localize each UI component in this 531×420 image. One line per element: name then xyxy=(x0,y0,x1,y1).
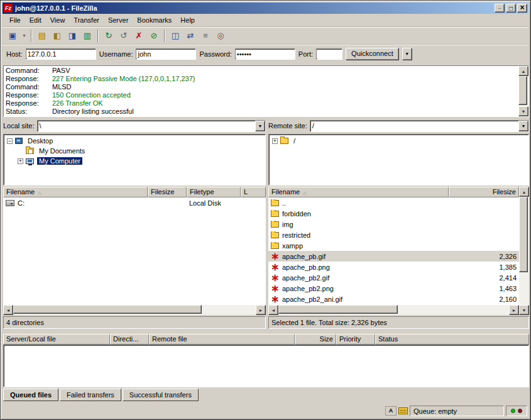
transfer-type-icon[interactable]: A xyxy=(385,406,397,416)
column-header-filesize[interactable]: Filesize xyxy=(449,187,519,197)
tree-item-root[interactable]: / xyxy=(269,136,528,146)
close-button[interactable] xyxy=(517,4,527,13)
column-header-priority[interactable]: Priority xyxy=(336,334,375,345)
toggle-local-tree-icon[interactable]: ◧ xyxy=(50,29,65,43)
menu-help[interactable]: Help xyxy=(176,14,199,26)
local-status-text: 4 directories xyxy=(3,316,266,329)
statusbar-spacer xyxy=(4,406,383,416)
scroll-thumb[interactable] xyxy=(278,305,398,314)
menu-view[interactable]: View xyxy=(46,14,70,26)
password-input[interactable] xyxy=(236,50,295,58)
tab-failed-transfers[interactable]: Failed transfers xyxy=(60,389,121,401)
collapse-icon[interactable] xyxy=(7,138,13,144)
remote-file-row[interactable]: apache_pb2.gif 2,414 xyxy=(268,272,519,283)
column-header-size[interactable]: Size xyxy=(295,334,336,345)
remote-file-row[interactable]: apache_pb.png 1,385 xyxy=(268,262,519,272)
column-header-filesize[interactable]: Filesize xyxy=(148,187,187,197)
remote-file-row[interactable]: restricted xyxy=(268,229,519,240)
log-label: Response: xyxy=(6,99,52,108)
filezilla-window: Fz john@127.0.0.1 - FileZilla File Edit … xyxy=(0,0,531,420)
tree-item-my-documents[interactable]: My Documents xyxy=(4,146,265,156)
menu-edit[interactable]: Edit xyxy=(25,14,46,26)
column-header-lastmodified[interactable]: L xyxy=(241,187,266,197)
local-file-row[interactable]: C: Local Disk xyxy=(3,197,266,208)
title-bar[interactable]: Fz john@127.0.0.1 - FileZilla xyxy=(3,3,528,14)
scroll-thumb[interactable] xyxy=(518,76,527,105)
remote-file-row[interactable]: .. xyxy=(268,197,519,208)
remote-file-row[interactable]: xampp xyxy=(268,240,519,251)
minimize-button[interactable] xyxy=(495,4,505,13)
remote-file-row-selected[interactable]: apache_pb.gif 2,326 xyxy=(268,251,519,262)
toggle-message-log-icon[interactable]: ▤ xyxy=(35,29,50,43)
remote-file-row[interactable]: apache_pb2_ani.gif 2,160 xyxy=(268,294,519,304)
tab-successful-transfers[interactable]: Successful transfers xyxy=(123,389,199,401)
scroll-left-icon[interactable]: ◄ xyxy=(3,305,13,315)
remote-file-row[interactable]: img xyxy=(268,219,519,229)
chevron-down-icon[interactable]: ▼ xyxy=(518,121,528,131)
message-log-content: Command:PASV Response:227 Entering Passi… xyxy=(4,66,518,116)
scroll-left-icon[interactable]: ◄ xyxy=(268,305,278,315)
scroll-right-icon[interactable]: ► xyxy=(509,305,519,315)
tree-item-my-computer[interactable]: My Computer xyxy=(4,156,265,166)
scroll-thumb[interactable] xyxy=(519,197,528,272)
synchronized-browsing-icon[interactable]: ⇄ xyxy=(183,29,198,43)
reconnect-icon[interactable]: ↺ xyxy=(116,29,131,43)
log-scrollbar[interactable]: ▲ ▼ xyxy=(518,66,528,116)
scroll-down-icon[interactable]: ▼ xyxy=(518,106,528,116)
expand-icon[interactable] xyxy=(18,158,23,164)
maximize-button[interactable] xyxy=(506,4,516,13)
column-header-filename[interactable]: Filename xyxy=(268,187,449,197)
message-log: Command:PASV Response:227 Entering Passi… xyxy=(3,65,529,117)
activity-indicator xyxy=(506,406,527,416)
column-header-direction[interactable]: Directi... xyxy=(110,334,149,345)
scroll-up-icon[interactable]: ▲ xyxy=(518,66,528,76)
refresh-icon[interactable]: ↻ xyxy=(101,29,116,43)
scroll-up-icon[interactable]: ▲ xyxy=(519,187,529,197)
scroll-right-icon[interactable]: ► xyxy=(256,305,266,315)
scroll-down-icon[interactable]: ▼ xyxy=(519,305,529,315)
cancel-icon[interactable]: ✗ xyxy=(131,29,146,43)
quickconnect-dropdown-icon[interactable]: ▼ xyxy=(402,48,412,60)
chevron-down-icon[interactable]: ▼ xyxy=(255,121,265,131)
remote-tree: / xyxy=(268,134,529,185)
speed-limit-icon[interactable] xyxy=(398,407,408,414)
host-input[interactable] xyxy=(26,50,96,58)
column-header-remote-file[interactable]: Remote file xyxy=(149,334,295,345)
username-input[interactable] xyxy=(136,50,195,58)
tree-item-desktop[interactable]: Desktop xyxy=(4,136,265,146)
scroll-thumb[interactable] xyxy=(13,305,202,314)
remote-site-combo[interactable]: / ▼ xyxy=(310,120,529,132)
filename-filters-icon[interactable]: ≡ xyxy=(198,29,213,43)
remote-file-row[interactable]: forbidden xyxy=(268,208,519,219)
tab-queued-files[interactable]: Queued files xyxy=(3,389,58,401)
file-search-icon[interactable]: ◎ xyxy=(213,29,228,43)
column-header-local-file[interactable]: Server/Local file xyxy=(3,334,110,345)
column-header-status[interactable]: Status xyxy=(375,334,529,345)
remote-file-row[interactable]: apache_pb2.png 1,463 xyxy=(268,283,519,294)
disconnect-icon[interactable]: ⊘ xyxy=(146,29,161,43)
log-label: Response: xyxy=(6,75,52,83)
folder-icon xyxy=(271,232,279,238)
expand-icon[interactable] xyxy=(272,138,278,144)
menu-server[interactable]: Server xyxy=(104,14,133,26)
local-hscrollbar[interactable]: ◄ ► xyxy=(3,305,266,315)
image-file-icon xyxy=(271,285,279,292)
port-input[interactable] xyxy=(317,50,342,58)
local-site-combo[interactable]: \ ▼ xyxy=(37,120,266,132)
directory-comparison-icon[interactable]: ◫ xyxy=(168,29,183,43)
password-label: Password: xyxy=(199,50,231,58)
column-header-filetype[interactable]: Filetype xyxy=(187,187,241,197)
toggle-queue-icon[interactable]: ▥ xyxy=(80,29,95,43)
menu-transfer[interactable]: Transfer xyxy=(69,14,104,26)
image-file-icon xyxy=(271,296,279,303)
column-header-filename[interactable]: Filename xyxy=(3,187,148,197)
site-manager-icon[interactable]: ▣ xyxy=(5,29,20,43)
remote-hscrollbar[interactable]: ◄ ► xyxy=(268,305,519,315)
quickconnect-button[interactable]: Quickconnect xyxy=(346,48,399,60)
site-manager-dropdown-icon[interactable]: ▼ xyxy=(20,29,28,43)
drive-icon xyxy=(6,200,14,206)
menu-bookmarks[interactable]: Bookmarks xyxy=(133,14,176,26)
toggle-remote-tree-icon[interactable]: ◨ xyxy=(65,29,80,43)
remote-vscrollbar[interactable]: ▲ ▼ xyxy=(519,187,529,315)
menu-file[interactable]: File xyxy=(5,14,25,26)
